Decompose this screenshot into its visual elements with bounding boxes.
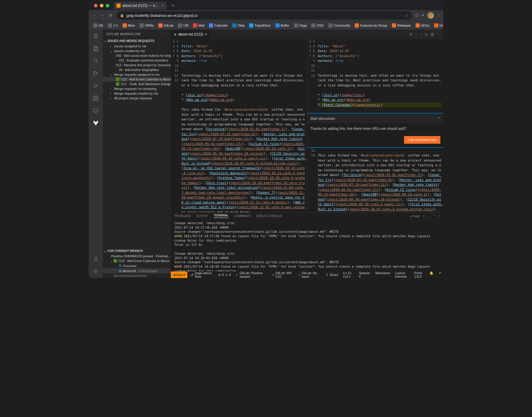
bookmark-item[interactable]: Mail [191,22,206,28]
bookmark-item[interactable]: Okta [231,22,246,28]
search-icon[interactable] [92,57,99,64]
bookmark-item[interactable]: Grafana: web Ove... [432,22,443,28]
bookmark-item[interactable]: Buffer [274,22,291,28]
source-control-icon[interactable] [92,70,99,77]
status-cursor[interactable]: Ln 12, Col 1 [341,271,356,278]
address-bar[interactable]: 🔒 gray-butterfly-3iukamuv.ws-eu10.gitpod… [116,11,412,20]
tree-item[interactable]: ⌄Issues created by me [103,49,171,53]
bookmark-icon [416,23,420,28]
panel-tab[interactable]: OUTPUT [196,214,208,218]
editor-pane-right[interactable]: 1 2 3 4 5 6 7 8 9 10 11 12 --- Title: "A… [307,39,444,212]
menu-icon[interactable]: ☰ [92,33,99,40]
explorer-icon[interactable] [92,45,99,52]
add-comment-button[interactable]: Add comment now [404,136,440,144]
accounts-icon[interactable] [92,256,99,263]
editor-pane-left[interactable]: 1 2 3 4 5 6 7 8 9 10 11 12 13 --- Title:… [171,39,307,212]
info-icon[interactable]: ⓘ [415,13,419,18]
extensions-icon[interactable]: ✦ [421,13,424,17]
extensions-view-icon[interactable] [92,95,99,102]
bookmark-item[interactable]: OKRs [138,22,155,28]
tree-item[interactable]: !122 · Add Event Calendar to About... [103,77,171,82]
tree-item[interactable]: ›Merge requests created by me [103,91,171,96]
tree-item[interactable]: ⌄Merge requests assigned to me [103,72,171,77]
sidebar-more-icon[interactable]: ⋯ [164,32,168,36]
tree-item[interactable]: #12 · Rename this project to 'everyone..… [103,63,171,67]
nav-back-icon[interactable]: ← [92,13,97,18]
status-ports[interactable]: Ports: 1313 [412,271,427,278]
nav-reload-icon[interactable]: ⟳ [108,13,113,18]
split-editor-icon[interactable]: ▥ [431,32,434,36]
bookmark-item[interactable]: Mine [121,22,137,28]
status-branch[interactable]: ⎇ page-about-fixes [187,271,216,278]
terminal-dropdown-icon[interactable]: ⌄ [427,214,430,218]
diff-view-icon[interactable]: ⧉ [410,32,412,36]
prev-change-icon[interactable]: ↑ [415,32,417,36]
profile-avatar[interactable] [427,12,434,19]
remote-icon[interactable] [92,107,99,114]
editor-tab-about[interactable]: ◆ about.md (!122) × [171,30,210,39]
status-language[interactable]: Markdown [373,271,393,275]
status-layout[interactable]: Layout: German [392,271,412,278]
tree-item[interactable]: #22 · Evaluate comment providers [103,58,171,63]
bookmark-item[interactable]: Orga [292,22,308,28]
status-pipeline[interactable]: ✓ GitLab: Pipeline passed [233,271,269,278]
editor-more-icon[interactable]: ⋯ [437,32,440,36]
status-open-browser-icon[interactable]: ↗ [436,271,443,275]
sidebar-section-issues[interactable]: ISSUES AND MERGE REQUESTS [108,39,154,43]
bookmark-item[interactable]: DE [92,22,105,28]
tree-item[interactable]: #6 · Add Author biographies [103,67,171,72]
panel-tab[interactable]: COMMENTS [234,214,251,218]
bookmark-item[interactable]: Calendar [207,22,229,28]
collapse-discussion-icon[interactable]: ⌃ [437,116,440,121]
terminal-output[interactable]: Change detected, rebuilding site. 2021-0… [171,219,443,271]
status-gitpod[interactable]: ◈ Gitpod [171,271,187,278]
settings-gear-icon[interactable] [92,268,99,275]
tree-item[interactable]: No closing issue found [103,273,171,278]
panel-tab[interactable]: DEBUG CONSOLE [257,214,282,218]
tree-item[interactable]: #30 · Add social share buttons for blog.… [103,53,171,58]
bookmark-item[interactable]: Community [327,22,352,28]
tree-item[interactable]: ›Issues assigned to me [103,44,171,49]
status-notifications-icon[interactable]: 🔔 [427,271,436,275]
sidebar-section-branch[interactable]: FOR CURRENT BRANCH [108,249,143,253]
terminal-select[interactable]: ▸ hugo [411,214,420,218]
new-tab-button[interactable]: + [169,3,176,8]
status-mr[interactable]: ⇢ GitLab: MR !122 [269,271,296,278]
bookmark-item[interactable]: TweetDeck [247,22,272,28]
bookmark-item[interactable]: Features by Group [353,22,389,28]
panel-tab[interactable]: PROBLEMS [174,214,191,218]
chrome-menu-icon[interactable]: ⋮ [437,13,440,17]
status-spaces[interactable]: Spaces: 4 [356,271,373,278]
tree-item[interactable]: ›All project merge requests [103,96,171,101]
discussion-text[interactable]: Thanks for adding this. Are there more U… [307,123,444,134]
maximize-panel-icon[interactable]: ⌃ [433,214,435,218]
bookmark-item[interactable]: Releases [390,22,413,28]
run-debug-icon[interactable] [92,82,99,89]
panel-tab[interactable]: TERMINAL [214,214,229,218]
toggle-whitespace-icon[interactable]: ⇆ [425,32,428,36]
bookmark-item[interactable]: 1:1 [106,22,119,28]
tree-item[interactable]: !111 · Draft: Add Markdown linting/s... [103,82,171,86]
next-change-icon[interactable]: ↓ [420,32,422,36]
tree-item[interactable]: ◆about.mdcontent/page [103,268,171,273]
tree-item[interactable]: ›Merge requests I'm reviewing [103,86,171,91]
window-controls[interactable] [91,4,111,7]
status-issue[interactable]: ○ GitLab: No issue. [296,271,324,278]
bookmark-item[interactable]: OSS [309,22,325,28]
tree-item[interactable]: ☰Overview [103,263,171,268]
close-panel-icon[interactable]: × [438,214,440,218]
browser-tab[interactable]: about.md (!122) — everyoneca... × [113,2,167,9]
bookmark-item[interactable]: GitLab [157,22,175,28]
tree-item[interactable]: Pipeline #336966318 passed · Finished ..… [103,254,171,258]
status-problems[interactable]: ⊘ 0 ⚠ 0 [216,271,233,278]
nav-forward-icon[interactable]: → [100,13,105,18]
bookmark-item[interactable]: CM [176,22,190,28]
bookmark-item[interactable]: SEGs [414,22,431,28]
tree-item[interactable]: ⌄!122 · Add Event Calendar to About ... [103,258,171,263]
gitlab-workflow-icon[interactable] [92,119,99,127]
tab-close-icon[interactable]: × [162,4,164,8]
star-icon[interactable]: ☆ [405,13,408,18]
status-share[interactable]: ⇪ Share [323,271,340,278]
new-terminal-icon[interactable]: + [423,214,424,218]
tab-dirty-close-icon[interactable]: × [205,32,207,36]
